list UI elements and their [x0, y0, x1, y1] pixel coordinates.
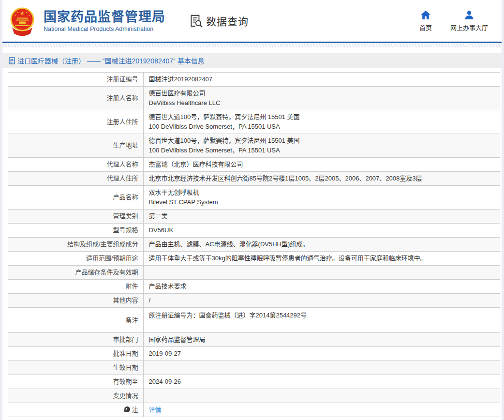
document-icon [9, 57, 15, 64]
row-label: 代理人名称 [8, 158, 143, 172]
value-line: 2019-09-27 [149, 349, 497, 359]
row-label: 审批部门 [8, 333, 143, 347]
row-value [143, 361, 500, 375]
nav-home-label: 首页 [419, 23, 432, 32]
row-label: 产品储存条件及有效期 [8, 266, 143, 280]
table-row: 代理人住所北京市北京经济技术开发区科创六街85号院2号楼1层1005、2层200… [8, 172, 500, 186]
data-query-label: 数据查询 [206, 14, 249, 28]
comment-icon [124, 406, 130, 412]
value-line: 德百世医疗有限公司 [149, 89, 497, 98]
person-icon [464, 10, 474, 20]
table-row: 代理人名称杰富瑞（北京）医疗科技有限公司 [8, 158, 500, 172]
table-row: 变更情况 [8, 389, 500, 403]
row-label: 注册证编号 [8, 73, 143, 87]
breadcrumb-text: 进口医疗器械（注册） —— “国械注进20192082407” 基本信息 [17, 56, 205, 65]
row-value: 第二类 [143, 210, 500, 224]
value-line: Bilevel ST CPAP System [149, 197, 497, 207]
nav-home[interactable]: 首页 [419, 10, 432, 32]
header-nav: 首页 网上办事大厅 [419, 10, 502, 32]
row-label: 注册人住所 [8, 110, 143, 134]
value-line: 产品技术要求 [149, 282, 497, 291]
value-line: 2024-09-26 [149, 377, 497, 387]
row-value: 2024-09-26 [143, 375, 500, 389]
nav-service-hall-label: 网上办事大厅 [450, 23, 488, 32]
value-line: 第二类 [149, 211, 497, 221]
table-row: 注册人住所德百世大道100号，萨默赛特，宾夕法尼州 15501 美国100 De… [8, 110, 500, 134]
home-icon [420, 10, 431, 20]
table-row: 注册人名称德百世医疗有限公司DeVilbiss Healthcare LLC [8, 87, 500, 110]
row-value: 原注册证编号为：国食药监械（进）字2014第2544292号 [143, 308, 500, 333]
main-content: 注册证编号国械注进20192082407注册人名称德百世医疗有限公司DeVilb… [2, 68, 502, 417]
row-label: 有效期至 [8, 375, 143, 389]
row-label: 生产地址 [8, 134, 143, 158]
row-label: 注 [8, 403, 143, 417]
row-label: 型号规格 [8, 224, 143, 238]
row-value: DV56UK [143, 224, 500, 238]
table-row: 附件产品技术要求 [8, 280, 500, 294]
table-row: 有效期至2024-09-26 [8, 375, 500, 389]
row-value: / [143, 294, 500, 308]
row-label: 结构及组成/主要组成成分 [8, 238, 143, 252]
value-line: 100 DeVilbiss Drive Somerset，PA 15501 US… [149, 122, 497, 132]
brand-text: 国家药品监督管理局 National Medical Products Admi… [44, 10, 165, 32]
value-line: 适用于体重大于或等于30kg的阻塞性睡眠呼吸暂停患者的通气治疗。设备可用于家庭和… [149, 254, 497, 263]
row-value: 国家药品监督管理局 [143, 333, 500, 347]
hatch-band [2, 44, 502, 47]
table-row: 批准日期2019-09-27 [8, 347, 500, 361]
table-row: 结构及组成/主要组成成分产品由主机、滤膜、AC电源线、湿化器(DV5HH型)组成… [8, 238, 500, 252]
row-label: 管理类别 [8, 210, 143, 224]
row-label: 产品名称 [8, 186, 143, 210]
table-row: 管理类别第二类 [8, 210, 500, 224]
nav-service-hall[interactable]: 网上办事大厅 [450, 10, 488, 32]
row-label: 备注 [8, 308, 143, 333]
table-row: 产品储存条件及有效期 [8, 266, 500, 280]
table-row: 备注原注册证编号为：国食药监械（进）字2014第2544292号 [8, 308, 500, 333]
row-value: 产品技术要求 [143, 280, 500, 294]
row-label: 代理人住所 [8, 172, 143, 186]
row-label: 适用范围/预期用途 [8, 252, 143, 266]
org-name-cn: 国家药品监督管理局 [44, 10, 165, 24]
row-value: 产品由主机、滤膜、AC电源线、湿化器(DV5HH型)组成。 [143, 238, 500, 252]
row-value: 德百世医疗有限公司DeVilbiss Healthcare LLC [143, 87, 500, 110]
row-label: 批准日期 [8, 347, 143, 361]
row-value: 德百世大道100号，萨默赛特，宾夕法尼州 15501 美国100 DeVilbi… [143, 134, 500, 158]
value-line: 德百世大道100号，萨默赛特，宾夕法尼州 15501 美国 [149, 136, 497, 146]
details-link[interactable]: 详情 [149, 406, 162, 413]
info-table-body: 注册证编号国械注进20192082407注册人名称德百世医疗有限公司DeVilb… [8, 73, 500, 417]
row-value: 详情 [143, 403, 500, 417]
row-label: 附件 [8, 280, 143, 294]
page-container: 国家药品监督管理局 National Medical Products Admi… [2, 0, 502, 420]
value-line: 杰富瑞（北京）医疗科技有限公司 [149, 160, 497, 169]
row-label: 变更情况 [8, 389, 143, 403]
row-value: 国械注进20192082407 [143, 73, 500, 87]
table-row: 注详情 [8, 403, 500, 417]
info-table: 注册证编号国械注进20192082407注册人名称德百世医疗有限公司DeVilb… [8, 72, 500, 417]
value-line: 100 DeVilbiss Drive Somerset，PA 15501 US… [149, 146, 497, 155]
table-row: 其他内容/ [8, 294, 500, 308]
value-line: 产品由主机、滤膜、AC电源线、湿化器(DV5HH型)组成。 [149, 240, 497, 249]
national-emblem-logo [7, 6, 37, 36]
value-line: 双水平无创呼吸机 [149, 188, 497, 197]
value-line: DeVilbiss Healthcare LLC [149, 98, 497, 108]
row-value: 双水平无创呼吸机Bilevel ST CPAP System [143, 186, 500, 210]
document-search-icon [189, 14, 203, 28]
data-query-tab[interactable]: 数据查询 [189, 14, 249, 28]
row-value: 2019-09-27 [143, 347, 500, 361]
value-line: 原注册证编号为：国食药监械（进）字2014第2544292号 [149, 311, 497, 320]
table-row: 审批部门国家药品监督管理局 [8, 333, 500, 347]
row-value [143, 266, 500, 280]
row-value: 德百世大道100号，萨默赛特，宾夕法尼州 15501 美国100 DeVilbi… [143, 110, 500, 134]
row-label: 注册人名称 [8, 87, 143, 110]
table-row: 产品名称双水平无创呼吸机Bilevel ST CPAP System [8, 186, 500, 210]
table-row: 型号规格DV56UK [8, 224, 500, 238]
breadcrumb: 进口医疗器械（注册） —— “国械注进20192082407” 基本信息 [2, 53, 502, 68]
row-value: 北京市北京经济技术开发区科创六街85号院2号楼1层1005、2层2005、200… [143, 172, 500, 186]
table-row: 生效日期 [8, 361, 500, 375]
value-line: 北京市北京经济技术开发区科创六街85号院2号楼1层1005、2层2005、200… [149, 174, 497, 183]
value-line: DV56UK [149, 225, 497, 235]
value-line: / [149, 296, 497, 305]
table-row: 注册证编号国械注进20192082407 [8, 73, 500, 87]
org-name-en: National Medical Products Administration [44, 26, 165, 32]
site-header: 国家药品监督管理局 National Medical Products Admi… [2, 0, 502, 42]
value-line: 国械注进20192082407 [149, 75, 497, 84]
